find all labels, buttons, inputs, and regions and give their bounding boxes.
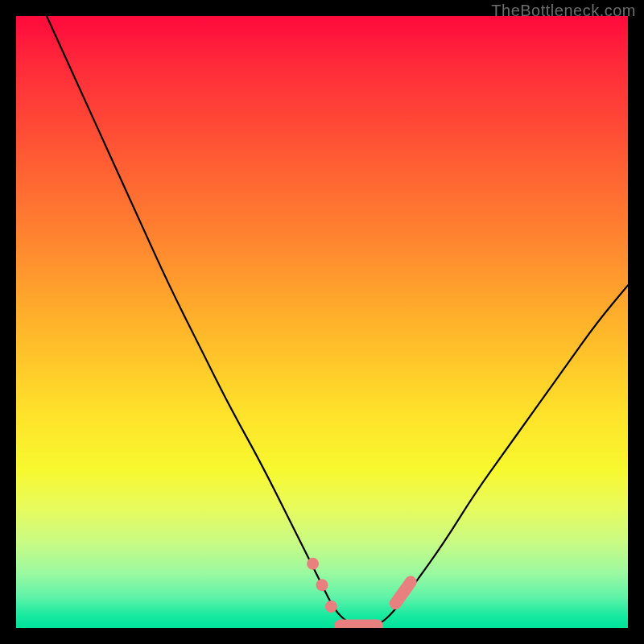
left-cluster-point [325, 601, 337, 613]
chart-frame: TheBottleneck.com [0, 0, 644, 644]
right-cluster [395, 582, 411, 604]
left-cluster-point [316, 579, 328, 591]
left-cluster-point [307, 558, 319, 570]
bottleneck-curve [16, 16, 628, 628]
plot-area [16, 16, 628, 628]
